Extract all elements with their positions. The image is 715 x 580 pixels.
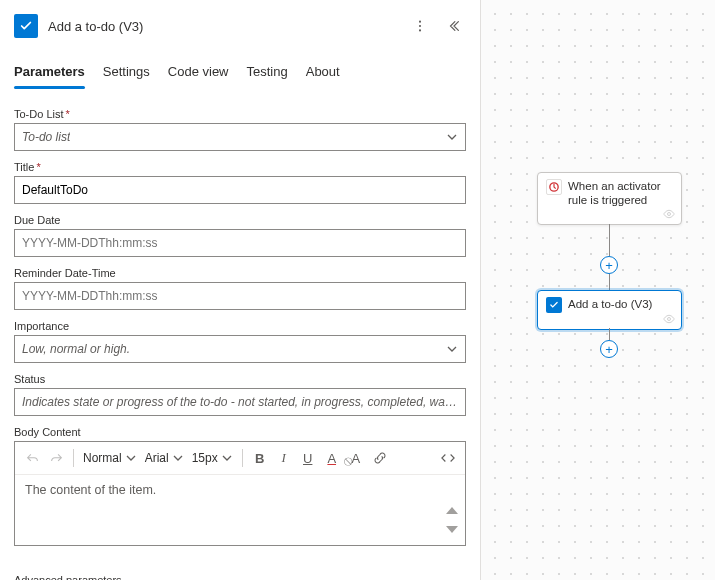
reminder-label: Reminder Date-Time xyxy=(14,267,466,279)
todo-icon xyxy=(546,297,562,313)
add-step-button[interactable]: + xyxy=(600,256,618,274)
trigger-icon xyxy=(546,179,562,195)
status-label: Status xyxy=(14,373,466,385)
redo-button[interactable] xyxy=(45,446,67,470)
todo-icon xyxy=(14,14,38,38)
toolbar-divider xyxy=(73,449,74,467)
peek-icon xyxy=(663,208,675,220)
font-family-select[interactable]: Arial xyxy=(142,451,187,465)
body-content-editor: Normal Arial 15px B I U A A⃠ The content… xyxy=(14,441,466,546)
todo-list-select[interactable]: To-do list xyxy=(14,123,466,151)
status-placeholder: Indicates state or progress of the to-do… xyxy=(22,395,458,409)
collapse-button[interactable] xyxy=(442,14,466,38)
body-placeholder: The content of the item. xyxy=(25,483,156,497)
font-size-select[interactable]: 15px xyxy=(189,451,236,465)
underline-button[interactable]: U xyxy=(297,446,319,470)
trigger-node[interactable]: When an activator rule is triggered xyxy=(537,172,682,225)
link-button[interactable] xyxy=(369,446,391,470)
panel-header: Add a to-do (V3) xyxy=(14,6,466,46)
connector-line xyxy=(609,328,610,340)
panel-title: Add a to-do (V3) xyxy=(48,19,398,34)
importance-placeholder: Low, normal or high. xyxy=(22,342,130,356)
font-color-button[interactable]: A xyxy=(321,446,343,470)
title-input[interactable] xyxy=(14,176,466,204)
tab-testing[interactable]: Testing xyxy=(247,58,288,89)
svg-point-5 xyxy=(668,318,671,321)
config-panel: Add a to-do (V3) Parameters Settings Cod… xyxy=(0,0,480,580)
tab-parameters[interactable]: Parameters xyxy=(14,58,85,89)
body-content-textarea[interactable]: The content of the item. xyxy=(15,475,465,545)
add-step-button[interactable]: + xyxy=(600,340,618,358)
tab-settings[interactable]: Settings xyxy=(103,58,150,89)
svg-point-0 xyxy=(419,21,421,23)
body-content-label: Body Content xyxy=(14,426,466,438)
toolbar-divider xyxy=(242,449,243,467)
due-date-input[interactable] xyxy=(14,229,466,257)
more-button[interactable] xyxy=(408,14,432,38)
scroll-down-icon[interactable] xyxy=(445,525,459,535)
chevron-down-icon xyxy=(446,131,458,143)
importance-select[interactable]: Low, normal or high. xyxy=(14,335,466,363)
scroll-up-icon[interactable] xyxy=(445,505,459,515)
flow-canvas[interactable]: When an activator rule is triggered + Ad… xyxy=(480,0,715,580)
parameters-form: To-Do List* To-do list Title* Due Date R… xyxy=(14,108,466,580)
editor-toolbar: Normal Arial 15px B I U A A⃠ xyxy=(15,442,465,475)
svg-point-1 xyxy=(419,25,421,27)
connector-line xyxy=(609,274,610,290)
svg-point-4 xyxy=(668,212,671,215)
clear-format-button[interactable]: A⃠ xyxy=(345,446,367,470)
svg-point-2 xyxy=(419,29,421,31)
reminder-input[interactable] xyxy=(14,282,466,310)
bold-button[interactable]: B xyxy=(249,446,271,470)
todo-list-value: To-do list xyxy=(22,130,70,144)
tabs: Parameters Settings Code view Testing Ab… xyxy=(14,58,466,90)
todo-list-label: To-Do List* xyxy=(14,108,466,120)
chevron-down-icon xyxy=(446,343,458,355)
trigger-title: When an activator rule is triggered xyxy=(568,179,673,208)
undo-button[interactable] xyxy=(21,446,43,470)
importance-label: Importance xyxy=(14,320,466,332)
advanced-params-label: Advanced parameters xyxy=(14,574,466,580)
title-label: Title* xyxy=(14,161,466,173)
tab-about[interactable]: About xyxy=(306,58,340,89)
code-view-button[interactable] xyxy=(437,446,459,470)
action-node[interactable]: Add a to-do (V3) xyxy=(537,290,682,330)
italic-button[interactable]: I xyxy=(273,446,295,470)
status-select[interactable]: Indicates state or progress of the to-do… xyxy=(14,388,466,416)
tab-code-view[interactable]: Code view xyxy=(168,58,229,89)
font-style-select[interactable]: Normal xyxy=(80,451,140,465)
due-date-label: Due Date xyxy=(14,214,466,226)
action-title: Add a to-do (V3) xyxy=(568,297,673,311)
peek-icon xyxy=(663,313,675,325)
connector-line xyxy=(609,224,610,256)
